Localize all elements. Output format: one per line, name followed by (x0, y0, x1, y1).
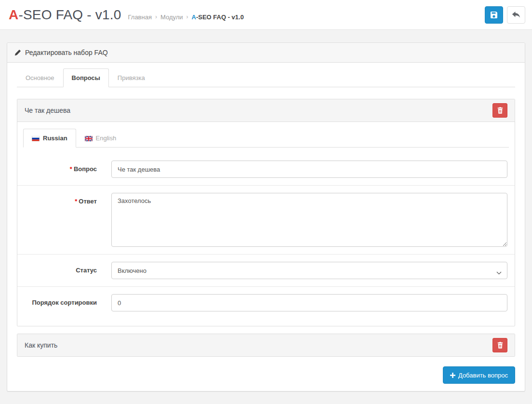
reply-arrow-icon (512, 11, 520, 18)
question-1-header[interactable]: Че так дешева (17, 99, 515, 122)
floppy-disk-icon (490, 11, 498, 19)
edit-faq-panel: Редактировать набор FAQ Основное Вопросы… (7, 42, 525, 391)
question-field-row: *Вопрос (17, 153, 515, 186)
question-panel-1: Че так дешева (17, 99, 515, 326)
page-title-rest: -SEO FAQ - v1.0 (18, 7, 121, 22)
required-mark: * (70, 165, 72, 173)
language-tabs-wrap: Russian English (17, 122, 515, 148)
breadcrumb-modules[interactable]: Модули (160, 13, 183, 21)
tab-questions[interactable]: Вопросы (63, 68, 109, 87)
trash-icon (497, 342, 503, 349)
page-header: A-SEO FAQ - v1.0 Главная › Модули › A-SE… (0, 0, 532, 30)
required-mark: * (75, 198, 77, 205)
add-question-button[interactable]: Добавить вопрос (443, 366, 515, 384)
breadcrumb-separator: › (155, 13, 157, 20)
sort-order-field-label: Порядок сортировки (25, 294, 97, 311)
panel-heading-label: Редактировать набор FAQ (25, 49, 108, 56)
tab-main[interactable]: Основное (17, 68, 63, 87)
sort-order-input[interactable] (111, 294, 507, 311)
flag-russia-icon (32, 135, 40, 141)
lang-tab-english-label: English (96, 135, 117, 142)
lang-tab-english[interactable]: English (76, 129, 125, 148)
language-tabs: Russian English (23, 129, 509, 148)
flag-uk-icon (85, 135, 93, 141)
russian-pane: *Вопрос *Ответ Захотелось (17, 148, 515, 287)
tab-content-questions: Че так дешева (17, 87, 515, 384)
answer-textarea[interactable]: Захотелось (111, 193, 507, 247)
main-tabs: Основное Вопросы Привязка (17, 68, 515, 87)
status-field-row: Статус Включено (17, 255, 515, 287)
delete-question-2-button[interactable] (492, 338, 507, 352)
sort-order-field-row: Порядок сортировки (17, 287, 515, 326)
breadcrumb-current: A-SEO FAQ - v1.0 (192, 13, 244, 21)
breadcrumb-separator: › (186, 13, 188, 20)
trash-icon (497, 107, 503, 114)
header-actions (485, 6, 525, 24)
lang-tab-russian[interactable]: Russian (23, 129, 76, 148)
delete-question-1-button[interactable] (492, 103, 507, 118)
page-title-accent: A (9, 7, 18, 22)
breadcrumb: Главная › Модули › A-SEO FAQ - v1.0 (128, 13, 243, 21)
page-title: A-SEO FAQ - v1.0 (9, 7, 121, 23)
answer-field-label: *Ответ (25, 193, 97, 247)
breadcrumb-current-accent: A (192, 13, 196, 21)
question-1-body: Russian English (17, 122, 515, 326)
back-button[interactable] (507, 6, 525, 24)
breadcrumb-current-rest: -SEO FAQ - v1.0 (196, 13, 244, 21)
add-question-row: Добавить вопрос (17, 366, 515, 384)
question-input[interactable] (111, 161, 507, 178)
panel-heading: Редактировать набор FAQ (7, 43, 525, 63)
plus-icon (450, 373, 455, 378)
question-1-title: Че так дешева (25, 107, 70, 114)
save-button[interactable] (485, 6, 503, 24)
question-panel-2: Как купить (17, 334, 515, 357)
question-2-title: Как купить (25, 341, 57, 349)
breadcrumb-home[interactable]: Главная (128, 13, 151, 21)
question-2-header[interactable]: Как купить (17, 334, 515, 356)
panel-body: Основное Вопросы Привязка Че так дешева (7, 63, 525, 391)
question-field-label: *Вопрос (25, 161, 97, 178)
pencil-icon (14, 50, 21, 56)
answer-field-row: *Ответ Захотелось (17, 186, 515, 255)
lang-tab-russian-label: Russian (43, 135, 67, 142)
status-select[interactable]: Включено (111, 262, 507, 279)
tab-linking[interactable]: Привязка (109, 68, 154, 87)
add-question-label: Добавить вопрос (458, 372, 508, 379)
status-field-label: Статус (25, 262, 97, 279)
